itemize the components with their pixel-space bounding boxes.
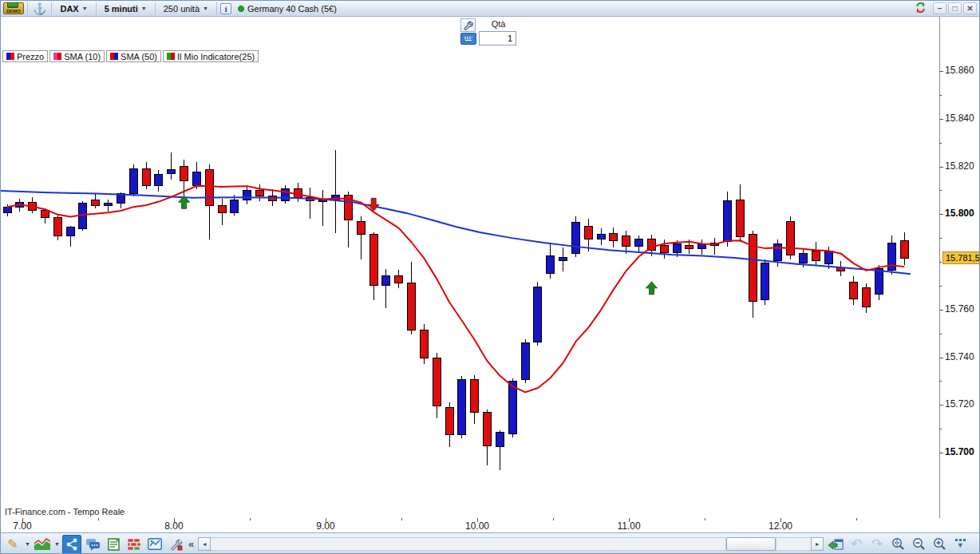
draw-tool-button[interactable]: ✎ <box>3 535 22 554</box>
candle-body <box>723 201 731 242</box>
share-icon <box>65 538 78 551</box>
draw-tool-dropdown[interactable]: ▼ <box>23 535 32 554</box>
price-minor-tick <box>939 238 942 239</box>
candle-body <box>471 380 479 412</box>
info-button[interactable]: i <box>220 3 231 14</box>
goto-date-icon <box>828 538 844 551</box>
share-button[interactable] <box>62 535 81 554</box>
zoom-out-button[interactable] <box>909 535 928 554</box>
screenshot-button[interactable] <box>145 535 164 554</box>
candle-body <box>761 263 769 299</box>
zoom-fit-icon <box>891 537 905 551</box>
price-tick <box>939 119 943 120</box>
timeframe-dropdown[interactable]: 5 minuti ▼ <box>100 2 152 16</box>
legend-item-1[interactable]: SMA (10) <box>49 50 105 62</box>
bricks-icon <box>128 539 140 550</box>
candle-body <box>559 257 567 260</box>
collapse-icon[interactable]: « <box>188 538 194 550</box>
legend-label: Il Mio Indicatore(25) <box>177 52 255 61</box>
chevron-down-icon: ▼ <box>141 6 147 11</box>
close-button[interactable]: ✕ <box>963 2 977 14</box>
zoom-out-icon <box>911 537 926 551</box>
scroll-left-button[interactable]: ◄ <box>198 537 211 551</box>
legend-swatch-icon <box>110 53 118 60</box>
candle-body <box>3 207 11 212</box>
candle-body <box>168 170 176 173</box>
price-axis[interactable]: 15.86015.84015.82015.80015.76015.74015.7… <box>939 17 980 518</box>
bricks-button[interactable] <box>124 535 144 554</box>
refresh-icon[interactable] <box>915 2 927 15</box>
legend-item-2[interactable]: SMA (50) <box>106 50 161 62</box>
goto-date-button[interactable] <box>826 535 845 554</box>
scroll-right-button[interactable]: ► <box>811 537 824 551</box>
candle-body <box>205 170 213 206</box>
chart-settings-icon <box>169 538 183 551</box>
quantity-input[interactable] <box>479 31 516 46</box>
order-settings-button[interactable] <box>460 18 476 32</box>
chat-button[interactable] <box>83 535 102 554</box>
candle-body <box>610 233 618 240</box>
candle-body <box>408 283 416 330</box>
instrument-label: DAX <box>60 4 78 14</box>
legend-label: Prezzo <box>17 52 44 61</box>
news-button[interactable] <box>104 535 123 554</box>
candle-body <box>547 256 555 274</box>
price-tick <box>939 71 943 72</box>
candle-body <box>686 245 694 248</box>
quantity-label: Qtà <box>480 19 517 29</box>
price-tick-label: 15.800 <box>945 208 974 219</box>
units-label: 250 unità <box>164 4 200 14</box>
chart-style-icon <box>34 538 50 550</box>
zoom-fit-button[interactable] <box>888 535 907 554</box>
news-icon <box>108 538 120 551</box>
time-axis[interactable]: 7.008.009.0010.0011.0012.00 <box>1 518 980 532</box>
price-minor-tick <box>939 381 942 382</box>
redo-button[interactable]: ↷ <box>867 535 887 554</box>
time-minor-tick <box>705 518 705 520</box>
price-tick <box>939 310 943 311</box>
time-tick-label: 12.00 <box>769 520 792 532</box>
chevron-down-icon: ▼ <box>203 6 208 11</box>
scrollbar-track[interactable] <box>211 537 726 551</box>
time-scrollbar: ◄ ► <box>198 537 824 551</box>
chat-icon <box>85 538 101 551</box>
collapse-panel-button[interactable]: ▼ <box>950 535 970 554</box>
chart-settings-button[interactable] <box>166 535 185 554</box>
anchor-icon[interactable]: ⚓ <box>33 3 46 14</box>
zoom-in-button[interactable] <box>930 535 949 554</box>
undo-button[interactable]: ↶ <box>847 535 866 554</box>
chart-legend: PrezzoSMA (10)SMA (50)Il Mio Indicatore(… <box>2 50 259 62</box>
candle-body <box>256 190 264 196</box>
candle-body <box>445 407 453 434</box>
candle-body <box>584 226 592 239</box>
candle-body <box>850 282 858 299</box>
chart-style-dropdown[interactable]: ▼ <box>53 535 61 554</box>
maximize-button[interactable]: □ <box>948 2 962 14</box>
candle-body <box>395 276 403 283</box>
keyboard-icon[interactable] <box>460 33 476 45</box>
units-dropdown[interactable]: 250 unità ▼ <box>159 2 213 16</box>
legend-item-3[interactable]: Il Mio Indicatore(25) <box>163 50 259 62</box>
candle-body <box>92 200 100 205</box>
legend-label: SMA (50) <box>121 52 157 61</box>
separator <box>27 2 28 15</box>
scrollbar-track[interactable] <box>776 537 811 551</box>
candle-body <box>660 245 668 252</box>
candle-body <box>622 235 630 246</box>
separator <box>51 2 52 15</box>
candle-body <box>787 221 795 255</box>
legend-item-0[interactable]: Prezzo <box>2 50 48 62</box>
sma50-line <box>1 191 911 274</box>
candle-body <box>105 204 113 206</box>
bottom-toolbar: ✎ ▼ ▼ <box>1 532 980 554</box>
price-tick-label: 15.760 <box>945 303 974 315</box>
chart-region: Qtà PrezzoSMA (10)SMA (50)Il Mio Indicat… <box>1 17 980 532</box>
candle-body <box>484 412 492 445</box>
scrollbar-thumb[interactable] <box>726 537 776 551</box>
price-minor-tick <box>939 262 942 263</box>
legend-swatch-icon <box>167 53 175 60</box>
minimize-button[interactable]: – <box>933 2 946 14</box>
time-tick-label: 7.00 <box>13 520 31 532</box>
instrument-dropdown[interactable]: DAX ▼ <box>55 2 92 16</box>
chart-style-button[interactable] <box>33 535 52 554</box>
